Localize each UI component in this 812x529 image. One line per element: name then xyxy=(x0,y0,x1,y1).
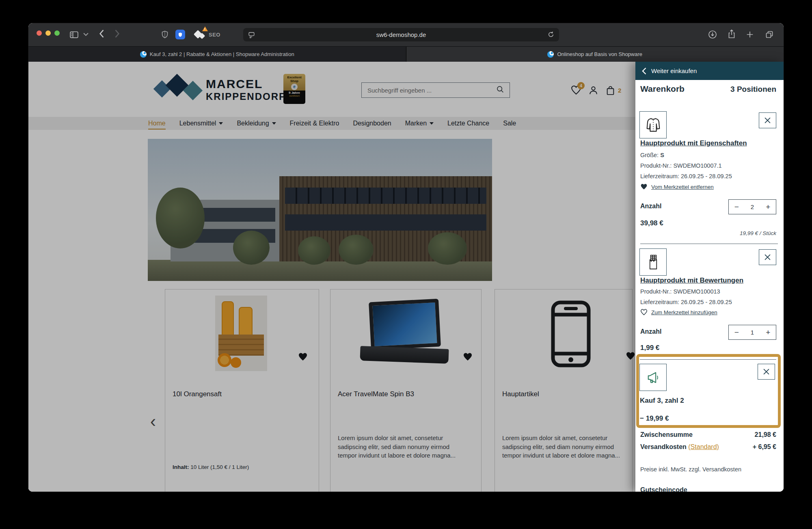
shipping-method-link[interactable]: (Standard) xyxy=(688,443,719,450)
quantity-minus-button[interactable]: − xyxy=(729,203,745,212)
orange-half xyxy=(218,353,231,367)
browser-window: ! SEO sw6-demoshop.de xyxy=(28,23,784,492)
chevron-down-icon xyxy=(219,122,223,125)
logo-diamond xyxy=(153,80,171,97)
quantity-plus-button[interactable]: + xyxy=(760,328,776,337)
trust-medal-icon: e xyxy=(291,84,298,90)
search-icon[interactable] xyxy=(496,85,505,95)
wishlist-heart-icon[interactable] xyxy=(626,352,635,362)
zoom-window-button[interactable] xyxy=(54,30,60,36)
bitwarden-extension-button[interactable] xyxy=(175,30,185,39)
back-button[interactable] xyxy=(99,29,104,38)
site-settings-icon[interactable] xyxy=(248,31,255,40)
cart-count-badge: 2 xyxy=(618,87,621,94)
quantity-value[interactable]: 2 xyxy=(745,203,760,210)
cart-item-image-jacket[interactable] xyxy=(639,111,667,138)
subtotal-label: Zwischensumme xyxy=(640,431,693,438)
wishlist-heart-icon[interactable] xyxy=(298,352,308,363)
heart-filled-icon xyxy=(640,184,648,190)
remove-item-button[interactable] xyxy=(758,364,775,380)
cart-item-image-promotion[interactable] xyxy=(639,364,667,391)
product-title[interactable]: Acer TravelMate Spin B3 xyxy=(338,390,414,398)
quantity-label: Anzahl xyxy=(640,203,661,210)
trusted-shop-badge[interactable]: Excellent Shop e 5 Jahre zertifiziert xyxy=(283,74,305,104)
laptop-base xyxy=(360,346,449,364)
juice-bottle xyxy=(239,307,253,344)
cart-positions-count: 3 Positionen xyxy=(730,85,776,94)
search-input[interactable] xyxy=(367,86,496,94)
tab-group-chevron-button[interactable] xyxy=(83,32,89,36)
continue-shopping-button[interactable]: Weiter einkaufen xyxy=(635,62,784,80)
wishlist-add-link[interactable]: Zum Merkzettel hinzufügen xyxy=(640,309,717,315)
cart-item-product-number: Produkt-Nr.: SWDEMO10007.1 xyxy=(640,162,722,169)
hero-tree xyxy=(156,188,205,248)
continue-shopping-label: Weiter einkaufen xyxy=(651,67,697,74)
logo-diamond xyxy=(183,81,203,100)
product-card-hauptartikel[interactable]: Hauptartikel Lorem ipsum dolor sit amet,… xyxy=(495,289,633,492)
tab-shopware-administration[interactable]: Kauf 3, zahl 2 | Rabatte & Aktionen | Sh… xyxy=(28,47,406,62)
cart-item-price: 39,98 € xyxy=(640,219,663,227)
product-card-acer[interactable]: Acer TravelMate Spin B3 Lorem ipsum dolo… xyxy=(330,289,482,492)
cart-item-variant: Größe: S xyxy=(640,152,664,158)
wooden-crate xyxy=(218,335,264,356)
wishlist-remove-link[interactable]: Vom Merkzettel entfernen xyxy=(640,184,714,190)
heart-outline-icon xyxy=(640,309,648,315)
storefront-main: MARCEL KRIPPENDORF Excellent Shop e 5 Ja… xyxy=(28,62,635,492)
reload-button[interactable] xyxy=(547,31,555,40)
cart-item-delivery-time: Lieferzeitraum: 26.09.25 - 28.09.25 xyxy=(640,173,732,179)
tab-title: Kauf 3, zahl 2 | Rabatte & Aktionen | Sh… xyxy=(150,51,294,57)
seo-extension-button[interactable]: SEO xyxy=(209,32,220,38)
remove-item-button[interactable] xyxy=(759,112,776,128)
close-icon xyxy=(764,254,771,260)
nav-item-sale[interactable]: Sale xyxy=(503,120,516,127)
sidebar-toggle-button[interactable] xyxy=(69,30,79,40)
tab-storefront[interactable]: Onlineshop auf Basis von Shopware xyxy=(406,47,784,62)
cart-button[interactable] xyxy=(605,85,615,97)
quantity-label: Anzahl xyxy=(640,328,661,335)
quantity-plus-button[interactable]: + xyxy=(760,203,776,212)
item-divider xyxy=(640,244,778,244)
product-title[interactable]: 10l Orangensaft xyxy=(173,390,222,398)
nav-item-marken[interactable]: Marken xyxy=(405,120,434,127)
privacy-shield-icon[interactable] xyxy=(160,30,169,39)
tab-overview-button[interactable] xyxy=(764,30,774,39)
product-card-orangensaft[interactable]: 10l Orangensaft Inhalt: 10 Liter (1,50 €… xyxy=(165,289,319,492)
product-description: Lorem ipsum dolor sit amet, consetetur s… xyxy=(502,434,630,460)
cart-item-product-number: Produkt-Nr.: SWDEMO100013 xyxy=(640,288,720,295)
remove-item-button[interactable] xyxy=(759,249,776,265)
cart-item-image-chocolate[interactable] xyxy=(639,248,667,276)
screenshot-stage: ! SEO sw6-demoshop.de xyxy=(0,0,812,529)
wishlist-heart-icon[interactable] xyxy=(463,352,473,363)
cart-item-unit-price: 19,99 € / Stück xyxy=(740,230,776,236)
offcanvas-cart: Weiter einkaufen Warenkorb 3 Positionen xyxy=(635,62,784,492)
subtotal-value: 21,98 € xyxy=(755,431,776,438)
nav-item-bekleidung[interactable]: Bekleidung xyxy=(237,120,276,127)
tab-bar: Kauf 3, zahl 2 | Rabatte & Aktionen | Sh… xyxy=(28,46,784,62)
url-field[interactable]: sw6-demoshop.de xyxy=(243,28,559,41)
cart-item-title[interactable]: Hauptprodukt mit Bewertungen xyxy=(640,276,743,285)
nav-item-lebensmittel[interactable]: Lebensmittel xyxy=(179,120,223,127)
share-button[interactable] xyxy=(727,29,736,39)
quantity-minus-button[interactable]: − xyxy=(729,328,745,337)
megaphone-icon xyxy=(645,369,662,386)
cart-item-title[interactable]: Hauptprodukt mit Eigenschaften xyxy=(640,139,747,147)
nav-item-designboden[interactable]: Designboden xyxy=(353,120,391,127)
account-button[interactable] xyxy=(588,85,598,97)
close-icon xyxy=(763,369,769,375)
quantity-value[interactable]: 1 xyxy=(745,329,760,336)
close-window-button[interactable] xyxy=(37,30,42,36)
cart-title: Warenkorb xyxy=(640,84,685,94)
nav-item-freizeit-elektro[interactable]: Freizeit & Elektro xyxy=(290,120,339,127)
downloads-button[interactable] xyxy=(708,30,717,39)
carousel-prev-button[interactable]: ‹ xyxy=(150,413,156,430)
nav-item-home[interactable]: Home xyxy=(148,120,166,130)
wishlist-button[interactable] xyxy=(571,85,581,97)
cart-item-delivery-time: Lieferzeitraum: 26.09.25 - 28.09.25 xyxy=(640,299,732,305)
product-title[interactable]: Hauptartikel xyxy=(502,390,539,398)
minimize-window-button[interactable] xyxy=(45,30,51,36)
hero-tree xyxy=(339,235,374,265)
forward-button[interactable] xyxy=(114,29,120,38)
new-tab-button[interactable] xyxy=(745,30,754,39)
nav-item-letzte-chance[interactable]: Letzte Chance xyxy=(447,120,489,127)
hero-building-windows xyxy=(175,208,275,222)
